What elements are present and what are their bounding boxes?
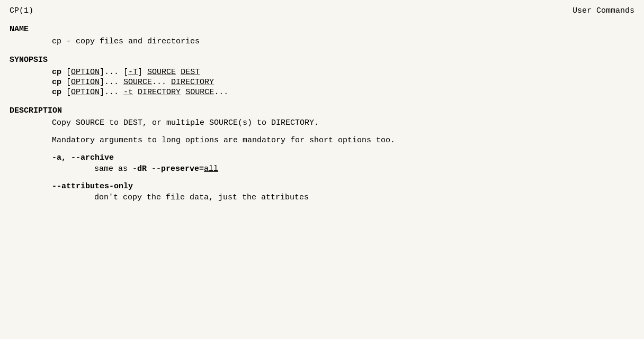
synopsis-line-2: cp [OPTION]... SOURCE... DIRECTORY xyxy=(10,78,634,87)
synopsis-t-flag-1: -T xyxy=(128,68,138,77)
section-name: NAME cp - copy files and directories xyxy=(10,25,634,46)
description-para-1: Copy SOURCE to DEST, or multiple SOURCE(… xyxy=(10,118,634,127)
option-archive-name: -a, --archive xyxy=(10,153,634,162)
synopsis-source-2: SOURCE xyxy=(123,78,152,87)
section-name-content: cp - copy files and directories xyxy=(10,37,634,46)
synopsis-option-2: OPTION xyxy=(71,78,100,87)
header: CP(1) User Commands xyxy=(10,6,634,15)
synopsis-directory-2: DIRECTORY xyxy=(171,78,214,87)
option-attributes-only-desc: don't copy the file data, just the attri… xyxy=(10,193,634,202)
option-attributes-only-name: --attributes-only xyxy=(10,182,634,191)
synopsis-cmd-3: cp xyxy=(52,88,61,97)
synopsis-directory-3: DIRECTORY xyxy=(138,88,181,97)
synopsis-source-1: SOURCE xyxy=(147,68,176,77)
section-synopsis: SYNOPSIS cp [OPTION]... [-T] SOURCE DEST… xyxy=(10,56,634,97)
section-synopsis-title: SYNOPSIS xyxy=(10,56,634,65)
synopsis-line-3: cp [OPTION]... -t DIRECTORY SOURCE... xyxy=(10,88,634,97)
description-para-2: Mandatory arguments to long options are … xyxy=(10,136,634,145)
option-archive-desc: same as -dR --preserve=all xyxy=(10,164,634,173)
section-description-title: DESCRIPTION xyxy=(10,106,634,115)
synopsis-t-flag-3: -t xyxy=(123,88,133,97)
synopsis-bracket-1: [ xyxy=(66,68,71,77)
header-right: User Commands xyxy=(573,6,634,15)
synopsis-cmd-2: cp xyxy=(52,78,61,87)
synopsis-dest-1: DEST xyxy=(181,68,200,77)
synopsis-line-1: cp [OPTION]... [-T] SOURCE DEST xyxy=(10,68,634,77)
option-archive-bold: -dR --preserve= xyxy=(132,164,204,173)
option-archive-underline: all xyxy=(204,164,218,173)
synopsis-option-3: OPTION xyxy=(71,88,100,97)
synopsis-cmd-1: cp xyxy=(52,68,61,77)
header-left: CP(1) xyxy=(10,6,33,15)
section-name-title: NAME xyxy=(10,25,634,34)
synopsis-option-1: OPTION xyxy=(71,68,100,77)
section-description: DESCRIPTION Copy SOURCE to DEST, or mult… xyxy=(10,106,634,202)
synopsis-source-3: SOURCE xyxy=(185,88,214,97)
